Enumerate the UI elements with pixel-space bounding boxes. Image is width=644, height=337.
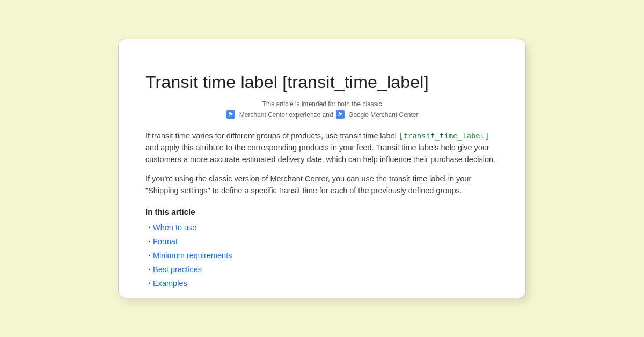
- toc-item: Examples: [145, 276, 499, 290]
- toc-link-best-practices[interactable]: Best practices: [153, 265, 202, 274]
- toc-link-examples[interactable]: Examples: [153, 279, 187, 288]
- intended-next-text: Merchant Center: [369, 111, 419, 119]
- article-title: Transit time label [transit_time_label]: [145, 72, 499, 92]
- article-card: Transit time label [transit_time_label] …: [118, 39, 526, 298]
- intended-classic-text: Merchant Center experience and: [239, 111, 333, 119]
- google-wordmark: Google: [348, 111, 369, 119]
- toc-link-when-to-use[interactable]: When to use: [153, 223, 196, 232]
- toc-item: Best practices: [145, 262, 499, 276]
- intro-paragraph-2: If you're using the classic version of M…: [145, 173, 499, 196]
- toc-item: Minimum requirements: [145, 248, 499, 262]
- toc-item: When to use: [145, 221, 499, 235]
- attribute-code: [transit_time_label]: [399, 131, 489, 140]
- toc-list: When to use Format Minimum requirements …: [145, 221, 499, 290]
- intended-line-1: This article is intended for both the cl…: [262, 100, 382, 108]
- toc-item: Format: [145, 235, 499, 248]
- toc-link-format[interactable]: Format: [153, 237, 178, 246]
- merchant-center-icon: [226, 110, 235, 119]
- intro-paragraph-1: If transit time varies for different gro…: [145, 130, 499, 165]
- toc-heading: In this article: [145, 207, 499, 216]
- intro-text-a: If transit time varies for different gro…: [145, 131, 399, 140]
- toc-link-minimum-requirements[interactable]: Minimum requirements: [153, 251, 232, 260]
- svg-point-3: [338, 115, 339, 116]
- merchant-center-icon: [336, 110, 345, 119]
- intended-audience-note: This article is intended for both the cl…: [145, 99, 499, 120]
- svg-point-1: [229, 115, 230, 116]
- intro-text-b: and apply this attribute to the correspo…: [145, 143, 495, 164]
